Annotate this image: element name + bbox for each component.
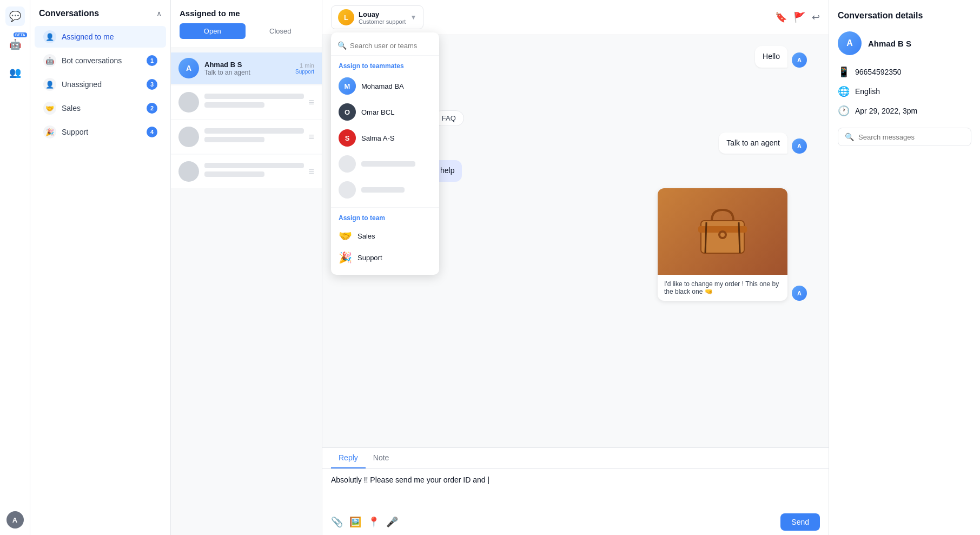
sidebar: Conversations ∧ 👤 Assigned to me 🤖 Bot c… <box>30 0 171 535</box>
sidebar-item-bot-conversations[interactable]: 🤖 Bot conversations 1 <box>35 50 166 71</box>
sales-label: Sales <box>62 104 147 113</box>
ph-avatar <box>178 127 199 147</box>
user-avatar[interactable]: A <box>6 511 24 529</box>
detail-row-language: 🌐 English <box>838 85 971 97</box>
phone-value: 96654592350 <box>855 68 902 76</box>
reply-button[interactable]: ↩ <box>812 11 820 23</box>
ph-menu-icon: ≡ <box>308 131 314 143</box>
teammate-salma-name: Salma A-S <box>361 134 394 142</box>
sidebar-item-assigned-to-me[interactable]: 👤 Assigned to me <box>35 26 166 48</box>
reply-box: Reply Note Absolutly !! Please send me y… <box>322 447 829 535</box>
send-button[interactable]: Send <box>780 513 820 531</box>
bot-conversations-badge: 1 <box>147 55 157 66</box>
teammate-mohamad[interactable]: M Mohamad BA <box>331 73 439 99</box>
closed-tab[interactable]: Closed <box>248 23 314 39</box>
agent-selector[interactable]: L Louay Customer support ▼ <box>331 5 423 29</box>
agent-info: Louay Customer support <box>359 10 406 25</box>
conv-placeholder-1[interactable]: ≡ <box>171 85 322 119</box>
open-tab[interactable]: Open <box>180 23 246 39</box>
conversation-items: A Ahmad B S Talk to an agent 1 min Suppo… <box>171 48 322 535</box>
reply-tab[interactable]: Reply <box>331 448 366 468</box>
teammate-salma-avatar: S <box>339 129 356 147</box>
inbox-nav-icon[interactable]: 💬 <box>5 6 25 26</box>
detail-row-datetime: 🕐 Apr 29, 2022, 3pm <box>838 105 971 117</box>
conv-placeholder-2[interactable]: ≡ <box>171 120 322 154</box>
phone-icon: 📱 <box>838 66 850 78</box>
conv-placeholder-3[interactable]: ≡ <box>171 155 322 188</box>
ph-menu-icon: ≡ <box>308 166 314 177</box>
image-icon[interactable]: 🖼️ <box>349 516 361 528</box>
agent-avatar: L <box>338 9 354 25</box>
message-bubble-talk-agent: Talk to an agent <box>719 133 787 154</box>
ph-avatar <box>178 161 199 182</box>
unassigned-icon: 👤 <box>43 78 56 91</box>
datetime-value: Apr 29, 2022, 3pm <box>855 107 917 115</box>
teammate-omar[interactable]: O Omar BCL <box>331 99 439 125</box>
ph-menu-icon: ≡ <box>308 97 314 108</box>
detail-row-phone: 📱 96654592350 <box>838 66 971 78</box>
support-team-emoji-icon: 🎉 <box>339 251 352 264</box>
search-messages-input[interactable] <box>858 133 964 141</box>
dropdown-search-container: 🔍 <box>331 39 439 56</box>
conversation-list-panel: Assigned to me Open Closed A Ahmad B S T… <box>171 0 322 535</box>
team-sales[interactable]: 🤝 Sales <box>331 225 439 247</box>
conv-tag: Support <box>295 69 314 75</box>
reply-tabs: Reply Note <box>322 448 829 469</box>
svg-line-5 <box>739 222 740 253</box>
dropdown-search-icon: 🔍 <box>337 41 347 50</box>
conv-name: Ahmad B S <box>204 61 295 69</box>
ph-dropdown-1 <box>331 151 439 177</box>
ph-line-short <box>204 171 264 177</box>
agent-dropdown-chevron-icon: ▼ <box>410 14 416 21</box>
ph-avatar <box>178 92 199 113</box>
ph-line <box>204 94 304 99</box>
sidebar-item-support[interactable]: 🎉 Support 4 <box>35 121 166 143</box>
contact-avatar: A <box>838 31 862 55</box>
language-value: English <box>855 87 880 96</box>
team-sales-name: Sales <box>357 232 375 240</box>
sidebar-header: Conversations ∧ <box>30 9 170 25</box>
header-actions: 🔖 🚩 ↩ <box>775 11 820 23</box>
bot-nav-icon[interactable]: 🤖 BETA <box>5 35 25 54</box>
user-avatar-sm-2: A <box>792 138 807 154</box>
support-badge: 4 <box>147 127 157 137</box>
contacts-nav-icon[interactable]: 👥 <box>5 63 25 82</box>
sidebar-item-unassigned[interactable]: 👤 Unassigned 3 <box>35 74 166 95</box>
teammate-salma[interactable]: S Salma A-S <box>331 125 439 151</box>
team-support[interactable]: 🎉 Support <box>331 247 439 268</box>
assigned-to-me-icon: 👤 <box>43 30 56 43</box>
search-messages-container: 🔍 <box>838 128 971 146</box>
note-tab[interactable]: Note <box>366 448 397 468</box>
ph-dd-line <box>361 161 415 167</box>
flag-button[interactable]: 🚩 <box>793 11 805 23</box>
sidebar-item-sales[interactable]: 🤝 Sales 2 <box>35 97 166 119</box>
ph-lines <box>204 163 304 180</box>
bookmark-button[interactable]: 🔖 <box>775 11 787 23</box>
details-panel: Conversation details A Ahmad B S 📱 96654… <box>829 0 980 535</box>
product-card: I'd like to change my order ! This one b… <box>658 188 787 301</box>
support-icon: 🎉 <box>43 126 56 138</box>
conv-list-title: Assigned to me <box>180 9 313 18</box>
svg-point-3 <box>720 233 725 237</box>
conversation-item[interactable]: A Ahmad B S Talk to an agent 1 min Suppo… <box>171 52 322 84</box>
conv-info: Ahmad B S Talk to an agent <box>204 61 295 76</box>
attachment-icon[interactable]: 📎 <box>331 516 343 528</box>
reply-textarea[interactable]: Absolutly !! Please send me your order I… <box>322 469 829 507</box>
mic-icon[interactable]: 🎤 <box>386 516 398 528</box>
svg-line-4 <box>705 222 706 253</box>
ph-lines <box>204 94 304 111</box>
reply-actions: 📎 🖼️ 📍 🎤 Send <box>322 509 829 535</box>
unassigned-label: Unassigned <box>62 80 147 89</box>
agent-name: Louay <box>359 10 406 18</box>
dropdown-search-input[interactable] <box>350 42 433 50</box>
left-navigation: 💬 🤖 BETA 👥 A <box>0 0 30 535</box>
ph-line <box>204 128 304 134</box>
bot-conversations-label: Bot conversations <box>62 56 147 65</box>
bot-conversations-icon: 🤖 <box>43 54 56 67</box>
location-icon[interactable]: 📍 <box>368 516 380 528</box>
collapse-chevron-icon[interactable]: ∧ <box>156 9 162 18</box>
search-messages-icon: 🔍 <box>845 133 854 141</box>
user-avatar-sm-3: A <box>792 286 807 301</box>
sidebar-title: Conversations <box>39 9 99 18</box>
unassigned-badge: 3 <box>147 79 157 90</box>
